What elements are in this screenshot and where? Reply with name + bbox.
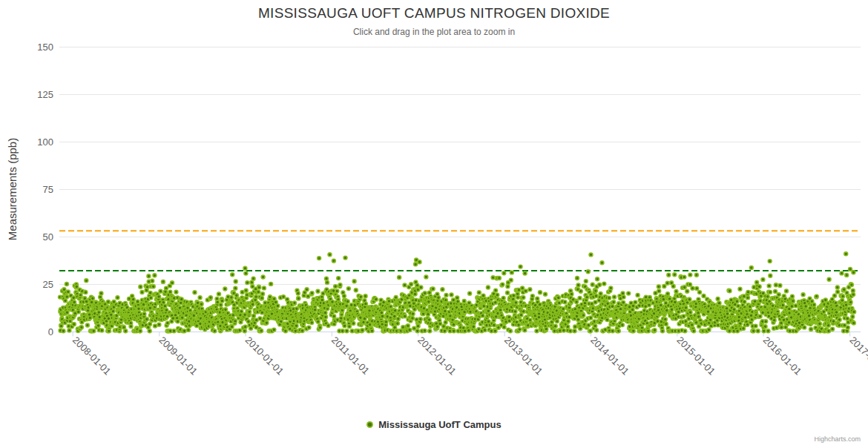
data-point[interactable] [666, 273, 671, 277]
data-point[interactable] [449, 292, 453, 297]
data-point[interactable] [316, 320, 320, 324]
data-point[interactable] [766, 329, 770, 333]
data-point[interactable] [566, 319, 571, 323]
data-point[interactable] [402, 283, 407, 287]
data-point[interactable] [91, 296, 95, 300]
data-point[interactable] [234, 279, 238, 283]
data-point[interactable] [832, 294, 837, 298]
data-point[interactable] [230, 272, 234, 277]
data-point[interactable] [602, 281, 606, 286]
data-point[interactable] [142, 312, 146, 316]
data-point[interactable] [272, 327, 276, 332]
data-point[interactable] [574, 300, 579, 304]
data-point[interactable] [611, 329, 615, 333]
data-point[interactable] [753, 323, 757, 328]
data-point[interactable] [182, 329, 186, 333]
data-point[interactable] [410, 316, 415, 320]
data-point[interactable] [336, 276, 341, 280]
data-point[interactable] [579, 289, 583, 294]
data-point[interactable] [598, 291, 602, 296]
data-point[interactable] [620, 323, 625, 327]
data-point[interactable] [72, 322, 76, 326]
data-point[interactable] [538, 290, 542, 294]
data-point[interactable] [444, 293, 448, 297]
data-point[interactable] [818, 321, 822, 326]
data-point[interactable] [452, 329, 456, 333]
data-point[interactable] [197, 295, 202, 300]
data-point[interactable] [145, 317, 149, 321]
data-point[interactable] [148, 329, 152, 333]
data-point[interactable] [342, 294, 346, 298]
data-point[interactable] [315, 289, 320, 294]
data-point[interactable] [83, 290, 88, 294]
data-point[interactable] [690, 286, 694, 291]
data-point[interactable] [309, 320, 314, 325]
data-point[interactable] [234, 293, 239, 297]
data-point[interactable] [767, 283, 772, 288]
data-point[interactable] [633, 300, 637, 304]
data-point[interactable] [259, 329, 263, 333]
data-point[interactable] [275, 303, 280, 308]
data-point[interactable] [471, 324, 476, 329]
data-point[interactable] [436, 295, 441, 300]
data-point[interactable] [826, 323, 831, 328]
data-point[interactable] [477, 290, 481, 294]
data-point[interactable] [186, 328, 191, 332]
data-point[interactable] [763, 324, 767, 329]
data-point[interactable] [841, 294, 845, 298]
data-point[interactable] [737, 287, 742, 291]
data-point[interactable] [374, 297, 378, 301]
data-point[interactable] [65, 282, 69, 286]
data-point[interactable] [217, 291, 221, 296]
data-point[interactable] [683, 329, 687, 333]
data-point[interactable] [752, 329, 756, 333]
data-point[interactable] [844, 273, 849, 277]
data-point[interactable] [701, 294, 706, 298]
data-point[interactable] [839, 271, 844, 275]
data-point[interactable] [790, 294, 795, 299]
data-point[interactable] [384, 320, 388, 324]
data-point[interactable] [591, 283, 595, 287]
data-point[interactable] [555, 319, 559, 323]
data-point[interactable] [850, 314, 855, 319]
data-point[interactable] [777, 292, 781, 297]
data-point[interactable] [510, 270, 514, 274]
data-point[interactable] [544, 327, 548, 332]
data-point[interactable] [325, 280, 329, 285]
data-point[interactable] [527, 287, 532, 291]
data-point[interactable] [694, 286, 699, 291]
data-point[interactable] [581, 313, 585, 317]
data-point[interactable] [199, 302, 203, 306]
data-point[interactable] [664, 322, 668, 326]
data-point[interactable] [509, 278, 513, 283]
data-point[interactable] [323, 314, 328, 319]
data-point[interactable] [791, 299, 795, 303]
data-point[interactable] [652, 328, 657, 332]
data-point[interactable] [243, 325, 248, 329]
data-point[interactable] [674, 289, 678, 294]
data-point[interactable] [848, 300, 852, 304]
data-point[interactable] [631, 329, 636, 333]
data-point[interactable] [174, 290, 178, 294]
data-point[interactable] [347, 324, 352, 329]
data-point[interactable] [543, 292, 548, 297]
data-point[interactable] [245, 280, 249, 285]
data-point[interactable] [61, 329, 65, 333]
data-point[interactable] [148, 295, 153, 300]
data-point[interactable] [849, 283, 854, 287]
data-point[interactable] [233, 319, 237, 323]
data-point[interactable] [417, 260, 421, 264]
data-point[interactable] [691, 329, 696, 333]
data-point[interactable] [423, 291, 427, 295]
data-point[interactable] [671, 284, 676, 289]
data-point[interactable] [431, 286, 435, 291]
data-point[interactable] [575, 276, 579, 280]
data-point[interactable] [621, 294, 625, 299]
data-point[interactable] [577, 296, 582, 300]
data-point[interactable] [612, 294, 617, 299]
data-point[interactable] [762, 329, 766, 333]
data-point[interactable] [326, 323, 330, 328]
data-point[interactable] [262, 286, 266, 290]
data-point[interactable] [243, 266, 247, 271]
data-point[interactable] [852, 309, 856, 314]
